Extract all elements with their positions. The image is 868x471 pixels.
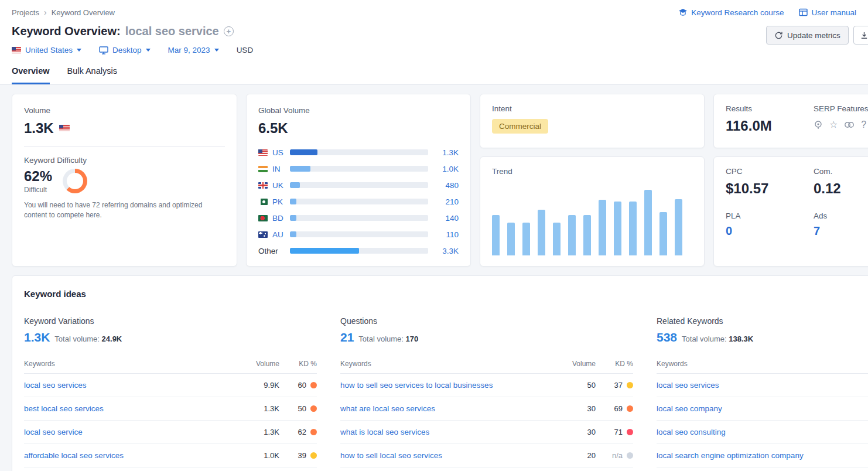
kd-value: 50 <box>298 404 306 413</box>
country-code-link[interactable]: IN <box>272 165 290 173</box>
keyword-row: how to sell local seo services20n/a <box>340 444 633 467</box>
trend-bar <box>522 223 530 255</box>
kd-value: 62% <box>24 168 52 185</box>
column-header-volume: Volume <box>555 360 596 368</box>
divider <box>24 146 225 147</box>
add-keyword-icon[interactable]: + <box>224 26 234 36</box>
export-icon <box>860 31 868 40</box>
reviews-star-icon[interactable]: ☆ <box>829 120 838 129</box>
breadcrumb-current: Keyword Overview <box>52 8 115 17</box>
date-filter[interactable]: Mar 9, 2023 <box>168 46 219 54</box>
keyword-row: local search engine optimization company <box>657 444 868 467</box>
update-metrics-button[interactable]: Update metrics <box>766 26 849 45</box>
country-volume-bar-fill <box>290 149 317 155</box>
keyword-link[interactable]: best local seo services <box>24 404 238 413</box>
keyword-volume: 9.9K <box>238 381 279 390</box>
country-volume-bar <box>290 248 428 254</box>
column-header-keywords: Keywords <box>340 360 555 368</box>
pla-value-link[interactable]: 0 <box>726 224 814 238</box>
keyword-link[interactable]: local search engine optimization company <box>657 451 868 460</box>
date-filter-label: Mar 9, 2023 <box>168 46 210 54</box>
keyword-link[interactable]: affordable local seo services <box>24 451 238 460</box>
global-volume-row: PK210 <box>258 193 459 210</box>
keyword-row: affordable local seo services1.0K39 <box>24 444 317 467</box>
bd-flag-icon <box>258 215 268 221</box>
tab-overview[interactable]: Overview <box>12 66 50 84</box>
trend-bar <box>507 223 515 255</box>
country-code-link[interactable]: BD <box>272 214 290 223</box>
keyword-volume: 20 <box>555 451 596 460</box>
country-code-link[interactable]: AU <box>272 230 290 239</box>
page-title: Keyword Overview: local seo service + <box>12 25 234 38</box>
country-code-link[interactable]: US <box>272 148 290 157</box>
update-metrics-label: Update metrics <box>787 31 840 40</box>
results-card: Results 116.0M SERP Features ☆ <box>713 94 868 148</box>
kd-dot <box>627 429 633 435</box>
kd-value: 71 <box>614 428 623 436</box>
breadcrumb: Projects › Keyword Overview <box>12 8 115 17</box>
keyword-ideas-columns: Keyword Variations1.3KTotal volume: 24.9… <box>24 316 868 467</box>
country-volume-value: 3.3K <box>428 247 459 255</box>
trend-label: Trend <box>492 167 692 176</box>
keyword-research-course-link[interactable]: Keyword Research course <box>678 8 784 17</box>
ads-value-link[interactable]: 7 <box>814 224 868 238</box>
trend-bar <box>568 215 576 255</box>
country-filter[interactable]: United States <box>12 46 81 54</box>
in-flag-icon <box>258 166 268 172</box>
serp-features-label: SERP Features <box>814 104 868 113</box>
keyword-row: local seo services9.9K60 <box>24 374 317 397</box>
graduation-cap-icon <box>678 8 688 17</box>
country-code-link[interactable]: PK <box>272 197 290 206</box>
export-button[interactable] <box>853 26 868 45</box>
country-volume-bar <box>290 182 428 188</box>
country-code-link[interactable]: UK <box>272 181 290 190</box>
keyword-row: local seo services <box>657 374 868 397</box>
breadcrumb-projects-link[interactable]: Projects <box>12 8 39 17</box>
keyword-volume: 1.3K <box>238 428 279 436</box>
keyword-link[interactable]: local seo services <box>24 381 238 390</box>
kd-value: 62 <box>298 428 306 436</box>
country-volume-bar-fill <box>290 166 310 172</box>
intent-card: Intent Commercial <box>480 94 705 148</box>
global-volume-row: US1.3K <box>258 144 459 161</box>
table-header-row: KeywordsVolumeKD % <box>24 360 317 374</box>
kd-value: 69 <box>614 404 623 413</box>
global-volume-list: US1.3KIN1.0KUK480PK210BD140AU110Other3.3… <box>258 144 459 259</box>
country-volume-value: 140 <box>428 214 459 223</box>
results-label: Results <box>726 104 814 113</box>
keyword-kd: 62 <box>279 428 317 436</box>
keyword-link[interactable]: local seo service <box>24 428 238 436</box>
ideas-column: Questions21Total volume: 170KeywordsVolu… <box>340 316 633 467</box>
global-volume-card: Global Volume 6.5K US1.3KIN1.0KUK480PK21… <box>246 94 471 267</box>
keyword-volume: 1.3K <box>238 404 279 413</box>
keyword-link[interactable]: local seo consulting <box>657 428 868 436</box>
column-header-kd: KD % <box>596 360 633 368</box>
column-header-keywords: Keywords <box>24 360 238 368</box>
keyword-link[interactable]: what are local seo services <box>340 404 555 413</box>
sitelinks-icon[interactable] <box>844 121 855 128</box>
global-volume-label: Global Volume <box>258 106 459 115</box>
keyword-kd: 69 <box>596 404 633 413</box>
keyword-link[interactable]: how to sell local seo services <box>340 451 555 460</box>
trend-card: Trend <box>480 156 705 267</box>
keyword-link[interactable]: local seo company <box>657 404 868 413</box>
user-manual-link[interactable]: User manual <box>799 8 856 17</box>
local-pack-icon[interactable] <box>814 120 823 129</box>
course-link-label: Keyword Research course <box>691 8 784 17</box>
tab-bulk-analysis[interactable]: Bulk Analysis <box>67 66 117 84</box>
cpc-value: $10.57 <box>726 180 814 197</box>
manual-link-label: User manual <box>811 8 856 17</box>
keyword-row: what is local seo services3071 <box>340 421 633 444</box>
faq-question-icon[interactable]: ? <box>861 120 866 129</box>
currency-label: USD <box>237 46 254 54</box>
country-volume-bar <box>290 166 428 172</box>
keyword-kd: 60 <box>279 381 317 390</box>
column-header-keywords: Keywords <box>657 360 868 368</box>
refresh-icon <box>774 31 783 40</box>
keyword-link[interactable]: how to sell seo services to local busine… <box>340 381 555 390</box>
global-volume-value: 6.5K <box>258 120 288 136</box>
device-filter[interactable]: Desktop <box>99 46 151 54</box>
trend-bar <box>553 223 561 255</box>
keyword-link[interactable]: what is local seo services <box>340 428 555 436</box>
keyword-link[interactable]: local seo services <box>657 381 868 390</box>
